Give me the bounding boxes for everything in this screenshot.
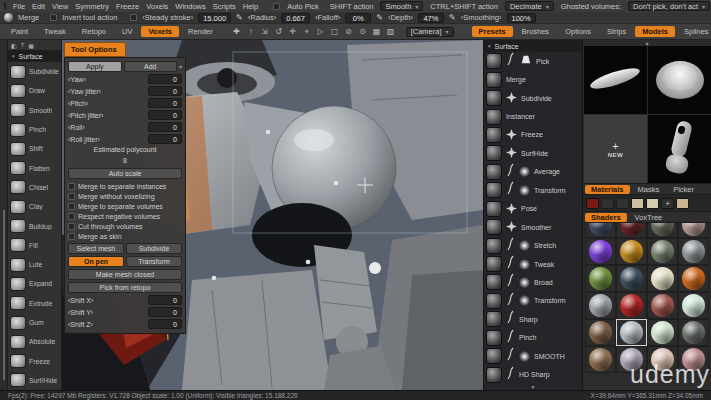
pan-up-icon[interactable]: ↑ [246, 27, 256, 37]
shaders-tab-shaders[interactable]: Shaders [585, 213, 627, 222]
shader-swatch[interactable] [678, 292, 709, 319]
auto-pick-checkbox[interactable] [273, 3, 280, 10]
shader-swatch[interactable] [585, 265, 616, 292]
option-checkbox-row[interactable]: Merge to separate volumes [68, 201, 182, 211]
preset-item-tweak[interactable]: Tweak [484, 255, 582, 273]
preset-item-instancer[interactable]: Instancer [484, 107, 582, 125]
preset-item-broad[interactable]: Broad [484, 273, 582, 291]
play-icon[interactable]: ▷ [316, 27, 326, 37]
tool-item-subdivide[interactable]: Subdivide [8, 62, 61, 81]
steady-stroke-checkbox[interactable] [130, 14, 137, 21]
spinner-value[interactable]: 0 [148, 122, 182, 132]
pen-pressure-icon[interactable]: ✎ [449, 13, 456, 22]
tool-item-draw[interactable]: Draw [8, 81, 61, 100]
dock-tab-splines[interactable]: Splines [677, 26, 711, 37]
invert-tool-checkbox[interactable] [50, 14, 57, 21]
shader-swatch[interactable] [647, 223, 678, 238]
presets-panel-header[interactable]: ▾ Surface [484, 40, 582, 52]
tool-item-pinch[interactable]: Pinch [8, 120, 61, 139]
material-swatch-ghost[interactable] [616, 198, 629, 209]
tool-item-shift[interactable]: Shift [8, 139, 61, 158]
shader-swatch[interactable] [585, 319, 616, 346]
param-value[interactable]: 100% [507, 13, 536, 23]
move-icon[interactable]: ✚ [232, 27, 242, 37]
room-tab-retopo[interactable]: Retopo [75, 26, 113, 37]
shader-swatch[interactable] [647, 319, 678, 346]
shader-swatch[interactable] [678, 265, 709, 292]
spinner-value[interactable]: 0 [148, 74, 182, 84]
shaders-tab-voxtree[interactable]: VoxTree [629, 213, 669, 222]
menu-voxels[interactable]: Voxels [146, 2, 168, 11]
subdivide-button[interactable]: Subdivide [126, 243, 182, 254]
option-checkbox-row[interactable]: Respect negative volumes [68, 211, 182, 221]
auto-scale-button[interactable]: Auto scale [68, 168, 182, 179]
materials-tab-picker[interactable]: Picker [667, 185, 700, 194]
shader-swatch[interactable] [678, 238, 709, 265]
blade-model-thumb[interactable] [584, 46, 647, 114]
dock-tab-models[interactable]: Models [635, 26, 675, 37]
option-checkbox-row[interactable]: Cut through volumes [68, 221, 182, 231]
checkbox-icon[interactable] [68, 233, 75, 240]
materials-tab-masks[interactable]: Masks [632, 185, 666, 194]
translate-icon[interactable]: ✛ [288, 27, 298, 37]
tool-options-tab[interactable]: Tool Options [64, 42, 126, 57]
param-value[interactable]: 0.667 [281, 13, 310, 23]
menu-edit[interactable]: Edit [32, 2, 45, 11]
shader-swatch[interactable] [647, 265, 678, 292]
shader-swatch[interactable] [647, 238, 678, 265]
shader-swatch[interactable] [585, 292, 616, 319]
dock-tab-options[interactable]: Options [558, 26, 598, 37]
add-model-cell[interactable]: +NEW [584, 115, 647, 183]
preset-item-pinch[interactable]: Pinch [484, 329, 582, 347]
preset-item-hdsharp[interactable]: HD Sharp [484, 365, 582, 383]
ghosted-volumes-dropdown[interactable]: Don't pick, don't act▾ [628, 1, 710, 11]
spinner-value[interactable]: 0 [148, 134, 182, 144]
tool-item-gum[interactable]: Gum [8, 313, 61, 332]
pick-from-retopo-button[interactable]: Pick from retopo [68, 282, 182, 293]
tool-item-fill[interactable]: Fill [8, 236, 61, 255]
param-value[interactable]: 15.000 [198, 13, 231, 23]
tool-item-freeze[interactable]: Freeze [8, 351, 61, 370]
text-mini-icon[interactable]: T [21, 42, 25, 48]
shader-swatch[interactable] [616, 292, 647, 319]
grid-mini-icon[interactable]: ▦ [28, 42, 34, 49]
spinner-value[interactable]: 0 [148, 86, 182, 96]
spinner-value[interactable]: 0 [148, 307, 182, 317]
menu-symmetry[interactable]: Symmetry [75, 2, 109, 11]
preset-item-surfhide[interactable]: SurfHide [484, 144, 582, 162]
shader-swatch[interactable] [585, 238, 616, 265]
checkbox-icon[interactable] [68, 183, 75, 190]
preset-item-freeze[interactable]: Freeze [484, 126, 582, 144]
checkbox-icon[interactable] [68, 223, 75, 230]
camera-mini-icon[interactable]: ◧ [11, 42, 17, 49]
shader-swatch[interactable] [585, 346, 616, 373]
shift-action-dropdown[interactable]: Smooth▾ [380, 1, 423, 11]
add-button[interactable]: Add [124, 61, 178, 72]
pick-target-icon[interactable]: ⌖ [302, 27, 312, 37]
menu-file[interactable]: File [13, 2, 25, 11]
shader-swatch[interactable] [616, 238, 647, 265]
checkbox-icon[interactable] [68, 203, 75, 210]
grid-icon[interactable]: ▦ [372, 27, 382, 37]
preset-item-pose[interactable]: Pose [484, 200, 582, 218]
menu-windows[interactable]: Windows [175, 2, 205, 11]
material-swatch[interactable] [676, 198, 689, 209]
pen-pressure-icon[interactable]: ✎ [236, 13, 243, 22]
room-tab-voxels[interactable]: Voxels [141, 26, 179, 37]
focus-icon[interactable]: ⊙ [358, 27, 368, 37]
tool-item-extrude[interactable]: Extrude [8, 294, 61, 313]
preset-item-average[interactable]: Average [484, 163, 582, 181]
add-dropdown-icon[interactable]: ▾ [179, 63, 182, 70]
tool-item-absolute[interactable]: Absolute [8, 332, 61, 351]
scale-icon[interactable]: ⇲ [260, 27, 270, 37]
tool-item-lute[interactable]: Lute [8, 255, 61, 274]
tool-item-surfhide[interactable]: Surf/Hide [8, 371, 61, 390]
proxy-icon[interactable]: ▧ [386, 27, 396, 37]
dock-tab-strips[interactable]: Strips [600, 26, 633, 37]
add-material-swatch[interactable]: + [661, 198, 674, 209]
materials-tab-materials[interactable]: Materials [585, 185, 630, 194]
spinner-value[interactable]: 0 [148, 295, 182, 305]
tool-item-clay[interactable]: Clay [8, 197, 61, 216]
preset-item-transform[interactable]: Transform [484, 292, 582, 310]
tool-item-buildup[interactable]: Buildup [8, 216, 61, 235]
